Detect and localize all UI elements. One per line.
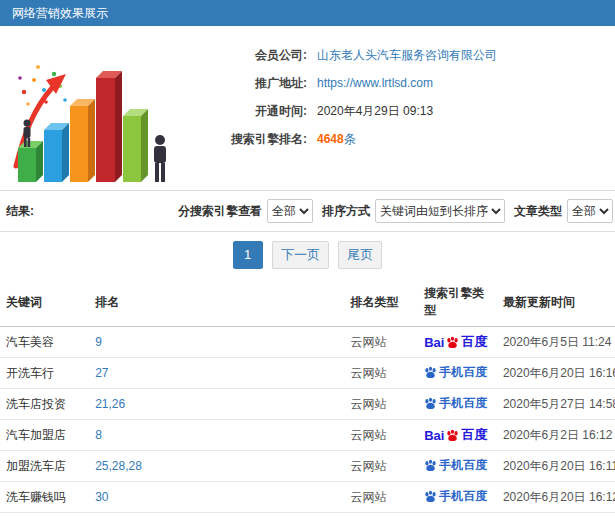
summary-panel: 会员公司: 山东老人头汽车服务咨询有限公司 推广地址: https://www.… xyxy=(0,26,615,190)
rank-type-text: 云网站 xyxy=(350,397,386,411)
update-time-cell: 2020年6月20日 16:16 xyxy=(497,358,615,389)
update-time-cell: 2020年6月20日 16:11 xyxy=(497,451,615,482)
mobile-baidu-text: 手机百度 xyxy=(439,395,487,412)
baidu-logo: Bai百度 xyxy=(424,333,487,351)
rank-type-cell: 云网站 xyxy=(344,513,418,520)
rank-type-cell: 云网站 xyxy=(344,482,418,513)
rank-cell: 25,28,28 xyxy=(89,451,344,482)
mobile-baidu-logo: 手机百度 xyxy=(424,395,487,412)
keyword-cell: 洗车店利润 xyxy=(0,513,89,520)
open-time-value: 2020年4月29日 09:13 xyxy=(317,103,433,120)
bar-chart-image xyxy=(10,34,182,186)
sort-mode-select[interactable]: 关键词由短到长排序 xyxy=(375,199,505,223)
rank-link[interactable]: 30 xyxy=(95,490,108,504)
rank-cell: 27 xyxy=(89,358,344,389)
mobile-baidu-logo: 手机百度 xyxy=(424,457,487,474)
engine-type-cell: 手机百度 xyxy=(418,513,497,520)
baidu-logo-text-bai: Bai xyxy=(424,428,444,443)
rank-type-cell: 云网站 xyxy=(344,451,418,482)
company-label: 会员公司: xyxy=(189,47,307,64)
rank-link[interactable]: 9 xyxy=(95,335,102,349)
keyword-cell: 洗车店投资 xyxy=(0,389,89,420)
update-time-cell: 2020年6月20日 16:12 xyxy=(497,482,615,513)
mobile-baidu-text: 手机百度 xyxy=(439,364,487,381)
keyword-cell: 汽车加盟店 xyxy=(0,420,89,451)
pagination: 1 下一页 尾页 xyxy=(0,232,615,278)
update-time-text: 2020年6月2日 16:12 xyxy=(503,428,612,442)
rank-type-text: 云网站 xyxy=(350,366,386,380)
engine-rank-unit: 条 xyxy=(344,131,356,148)
company-info: 会员公司: 山东老人头汽车服务咨询有限公司 推广地址: https://www.… xyxy=(185,34,605,186)
results-table-body: 汽车美容9云网站Bai百度2020年6月5日 11:24开洗车行27云网站手机百… xyxy=(0,327,615,520)
engine-type-cell: 手机百度 xyxy=(418,451,497,482)
mobile-baidu-text: 手机百度 xyxy=(439,488,487,505)
rank-type-cell: 云网站 xyxy=(344,420,418,451)
rank-type-cell: 云网站 xyxy=(344,327,418,358)
mobile-baidu-logo: 手机百度 xyxy=(424,488,487,505)
keyword-text: 洗车赚钱吗 xyxy=(6,490,66,504)
rank-link[interactable]: 27 xyxy=(95,366,108,380)
rank-link[interactable]: 21,26 xyxy=(95,397,125,411)
rank-type-text: 云网站 xyxy=(350,428,386,442)
mobile-baidu-paw-icon xyxy=(424,459,437,472)
baidu-paw-icon xyxy=(446,336,459,349)
rank-type-text: 云网站 xyxy=(350,490,386,504)
update-time-cell: 2020年6月18日 14:27 xyxy=(497,513,615,520)
mobile-baidu-paw-icon xyxy=(424,366,437,379)
keyword-cell: 洗车赚钱吗 xyxy=(0,482,89,513)
mobile-baidu-paw-icon xyxy=(424,490,437,503)
engine-rank-count: 4648 xyxy=(317,132,344,146)
baidu-paw-icon xyxy=(446,429,459,442)
page-header: 网络营销效果展示 xyxy=(0,0,615,26)
baidu-logo-text-cn: 百度 xyxy=(461,333,487,351)
mobile-baidu-paw-icon xyxy=(424,397,437,410)
table-row: 加盟洗车店25,28,28云网站手机百度2020年6月20日 16:11 xyxy=(0,451,615,482)
next-page-button[interactable]: 下一页 xyxy=(272,241,329,269)
rank-cell: 21,26 xyxy=(89,389,344,420)
keyword-cell: 汽车美容 xyxy=(0,327,89,358)
col-header-update-time: 最新更新时间 xyxy=(497,278,615,327)
keyword-text: 汽车美容 xyxy=(6,335,54,349)
page-title: 网络营销效果展示 xyxy=(12,6,108,20)
mobile-baidu-text: 手机百度 xyxy=(439,457,487,474)
keyword-text: 洗车店投资 xyxy=(6,397,66,411)
engine-type-cell: 手机百度 xyxy=(418,482,497,513)
update-time-text: 2020年5月27日 14:58 xyxy=(503,397,615,411)
promotion-url-link[interactable]: https://www.lrtlsd.com xyxy=(317,76,433,90)
page-number-1[interactable]: 1 xyxy=(233,241,263,269)
keyword-text: 汽车加盟店 xyxy=(6,428,66,442)
filter-bar: 结果: 分搜索引擎查看 全部 排序方式 关键词由短到长排序 文章类型 全部 提交 xyxy=(0,190,615,232)
col-header-rank-type: 排名类型 xyxy=(344,278,418,327)
baidu-logo-text-cn: 百度 xyxy=(461,426,487,444)
keyword-text: 开洗车行 xyxy=(6,366,54,380)
col-header-rank: 排名 xyxy=(89,278,344,327)
rank-type-text: 云网站 xyxy=(350,335,386,349)
update-time-text: 2020年6月20日 16:12 xyxy=(503,490,615,504)
rank-type-text: 云网站 xyxy=(350,459,386,473)
article-type-select[interactable]: 全部 xyxy=(567,199,613,223)
engine-type-cell: 手机百度 xyxy=(418,358,497,389)
info-row-open-time: 开通时间: 2020年4月29日 09:13 xyxy=(189,102,605,120)
table-header-row: 关键词 排名 排名类型 搜索引擎类型 最新更新时间 xyxy=(0,278,615,327)
rank-cell: 9 xyxy=(89,327,344,358)
rank-cell: 30 xyxy=(89,482,344,513)
update-time-cell: 2020年6月5日 11:24 xyxy=(497,327,615,358)
info-row-url: 推广地址: https://www.lrtlsd.com xyxy=(189,74,605,92)
results-table: 关键词 排名 排名类型 搜索引擎类型 最新更新时间 汽车美容9云网站Bai百度2… xyxy=(0,278,615,520)
chart-illustration xyxy=(10,34,185,186)
engine-filter-select[interactable]: 全部 xyxy=(267,199,313,223)
last-page-button[interactable]: 尾页 xyxy=(338,241,382,269)
col-header-keyword: 关键词 xyxy=(0,278,89,327)
info-row-rank-count: 搜索引擎排名: 4648 条 xyxy=(189,130,605,148)
update-time-cell: 2020年6月2日 16:12 xyxy=(497,420,615,451)
update-time-cell: 2020年5月27日 14:58 xyxy=(497,389,615,420)
keyword-cell: 开洗车行 xyxy=(0,358,89,389)
update-time-text: 2020年6月5日 11:24 xyxy=(503,335,612,349)
mobile-baidu-logo: 手机百度 xyxy=(424,364,487,381)
company-name-link[interactable]: 山东老人头汽车服务咨询有限公司 xyxy=(317,47,497,64)
result-label: 结果: xyxy=(6,203,178,220)
info-row-company: 会员公司: 山东老人头汽车服务咨询有限公司 xyxy=(189,46,605,64)
rank-link[interactable]: 8 xyxy=(95,428,102,442)
rank-link[interactable]: 25,28,28 xyxy=(95,459,142,473)
article-type-label: 文章类型 xyxy=(514,203,562,220)
